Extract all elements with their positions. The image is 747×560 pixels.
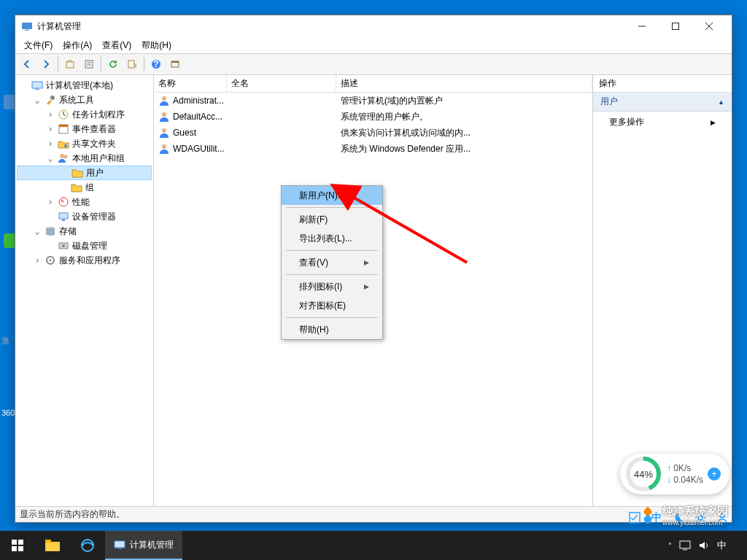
svg-rect-6 (66, 62, 74, 68)
context-item-8[interactable]: 对齐图标(E) (282, 296, 382, 315)
desktop-label-360: 360 (1, 408, 15, 417)
user-row[interactable]: Guest供来宾访问计算机或访问域的内... (154, 125, 592, 141)
expand-icon[interactable]: › (46, 139, 55, 149)
chevron-right-icon: ▶ (711, 119, 716, 126)
taskbar-mmc[interactable]: 计算机管理 (105, 531, 182, 560)
svg-point-22 (60, 154, 64, 158)
svg-rect-41 (18, 540, 23, 545)
extra-button[interactable] (166, 55, 184, 73)
menu-help[interactable]: 帮助(H) (137, 38, 176, 53)
tree-item-3[interactable]: ›事件查看器 (17, 122, 152, 136)
expand-icon[interactable]: › (46, 109, 55, 120)
user-row[interactable]: DefaultAcc...系统管理的用户帐户。 (154, 109, 592, 125)
menu-file[interactable]: 文件(F) (20, 38, 57, 53)
taskbar-explorer[interactable] (35, 531, 70, 560)
context-separator (286, 250, 378, 251)
svg-point-33 (162, 112, 166, 117)
expand-icon[interactable]: ⌄ (33, 226, 42, 236)
expand-icon[interactable]: › (33, 255, 42, 265)
context-item-10[interactable]: 帮助(H) (282, 320, 382, 339)
gauge-add-button[interactable]: + (708, 467, 721, 481)
maximize-button[interactable] (659, 15, 692, 37)
refresh-button[interactable] (104, 55, 122, 73)
tree-item-4[interactable]: ›共享文件夹 (17, 136, 152, 151)
tree-label: 存储 (59, 225, 77, 238)
export-button[interactable] (123, 55, 141, 73)
expand-icon[interactable]: › (46, 197, 55, 207)
svg-rect-7 (85, 61, 93, 68)
properties-button[interactable] (80, 55, 98, 73)
tree-item-5[interactable]: ⌄本地用户和组 (17, 151, 152, 166)
context-label: 对齐图标(E) (299, 300, 346, 312)
performance-gauge-widget[interactable]: 44% 0K/s 0.04K/s + (620, 454, 729, 494)
tree-item-7[interactable]: 组 (17, 180, 152, 195)
chevron-right-icon: ▶ (364, 259, 369, 266)
help-button[interactable]: ? (147, 55, 165, 73)
svg-text:?: ? (153, 59, 158, 69)
tree-item-1[interactable]: ⌄系统工具 (17, 93, 152, 107)
tree-item-9[interactable]: 设备管理器 (17, 209, 152, 224)
collapse-icon: ▲ (718, 98, 724, 106)
context-item-7[interactable]: 排列图标(I)▶ (282, 277, 382, 296)
svg-rect-1 (25, 30, 29, 31)
tree-item-0[interactable]: 计算机管理(本地) (17, 78, 152, 93)
minimize-button[interactable] (625, 15, 659, 37)
up-button[interactable] (61, 55, 79, 73)
svg-point-34 (162, 128, 166, 133)
col-description[interactable]: 描述 (336, 75, 592, 92)
context-item-5[interactable]: 查看(V)▶ (282, 253, 382, 272)
svg-rect-10 (128, 61, 134, 68)
context-item-0[interactable]: 新用户(N)... (282, 186, 382, 205)
tree-item-8[interactable]: ›性能 (17, 195, 152, 209)
expand-icon[interactable]: ⌄ (46, 153, 55, 163)
user-row[interactable]: WDAGUtilit...系统为 Windows Defender 应用... (154, 141, 592, 157)
user-name: Administrat... (173, 96, 224, 106)
col-name[interactable]: 名称 (154, 75, 227, 92)
context-item-2[interactable]: 刷新(F) (282, 210, 382, 229)
svg-rect-20 (59, 125, 68, 127)
tray-display-icon[interactable] (679, 540, 691, 551)
svg-rect-49 (680, 541, 690, 548)
context-label: 导出列表(L)... (299, 233, 352, 245)
context-item-3[interactable]: 导出列表(L)... (282, 229, 382, 248)
window-title: 计算机管理 (37, 20, 625, 33)
user-desc: 管理计算机(域)的内置帐户 (341, 95, 443, 107)
tree-item-12[interactable]: ›服务和应用程序 (17, 253, 152, 268)
menu-view[interactable]: 查看(V) (98, 38, 136, 53)
net-up: 0K/s (667, 463, 703, 473)
tree-item-2[interactable]: ›任务计划程序 (17, 107, 152, 122)
tree-item-11[interactable]: 磁盘管理 (17, 238, 152, 253)
forward-button[interactable] (37, 55, 55, 73)
tray-ime-icon[interactable]: 中 (717, 539, 727, 552)
expand-icon[interactable]: ⌄ (33, 95, 42, 105)
context-label: 刷新(F) (299, 214, 328, 226)
menu-action[interactable]: 操作(A) (58, 38, 96, 53)
taskbar-app-label: 计算机管理 (130, 539, 174, 551)
expand-icon[interactable]: › (46, 124, 55, 134)
tray-volume-icon[interactable] (698, 540, 710, 551)
status-text: 显示当前所选内容的帮助。 (20, 508, 125, 521)
svg-rect-15 (32, 82, 42, 88)
taskbar-edge[interactable] (70, 531, 105, 560)
tree-item-10[interactable]: ⌄存储 (17, 224, 152, 238)
navigation-tree[interactable]: 计算机管理(本地)⌄系统工具›任务计划程序›事件查看器›共享文件夹⌄本地用户和组… (15, 75, 154, 506)
actions-group-users[interactable]: 用户 ▲ (593, 93, 732, 112)
titlebar[interactable]: 计算机管理 (15, 15, 732, 37)
net-down: 0.04K/s (667, 475, 703, 485)
tray-clock-area[interactable] (734, 531, 741, 560)
action-more[interactable]: 更多操作 ▶ (593, 112, 732, 133)
tree-label: 服务和应用程序 (59, 254, 120, 267)
context-label: 排列图标(I) (299, 281, 342, 293)
back-button[interactable] (18, 55, 36, 73)
col-fullname[interactable]: 全名 (227, 75, 336, 92)
svg-point-46 (82, 540, 93, 551)
close-button[interactable] (692, 15, 726, 37)
svg-rect-16 (35, 89, 39, 90)
tray-overflow-icon[interactable]: ˄ (668, 542, 672, 550)
app-icon (21, 20, 33, 32)
user-row[interactable]: Administrat...管理计算机(域)的内置帐户 (154, 93, 592, 109)
tree-label: 事件查看器 (72, 123, 116, 136)
start-button[interactable] (0, 531, 35, 560)
tree-item-6[interactable]: 用户 (17, 166, 152, 180)
context-separator (286, 274, 378, 275)
